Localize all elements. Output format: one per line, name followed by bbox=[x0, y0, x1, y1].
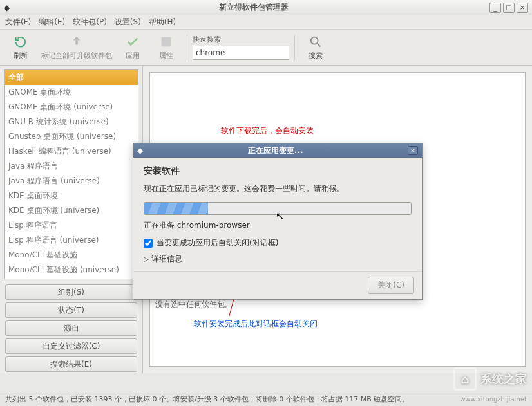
category-item[interactable]: GNOME 桌面环境 (universe) bbox=[5, 100, 138, 115]
watermark-logo-icon: ⌂ bbox=[453, 367, 477, 391]
filter-custom-button[interactable]: 自定义过滤器(C) bbox=[5, 338, 137, 354]
annotation-red: 软件下载完后，会自动安装 bbox=[221, 125, 314, 136]
dialog-footer: 关闭(C) bbox=[133, 271, 422, 299]
watermark: ⌂ 系统之家 bbox=[453, 367, 527, 391]
minimize-button[interactable]: _ bbox=[489, 3, 501, 13]
dialog-title: 正在应用变更... bbox=[143, 145, 408, 156]
titlebar-icon: ◆ bbox=[4, 3, 18, 12]
category-item[interactable]: KDE 桌面环境 bbox=[5, 189, 138, 203]
autoclose-checkbox[interactable] bbox=[144, 239, 153, 248]
refresh-button[interactable]: 刷新 bbox=[5, 32, 36, 63]
category-item[interactable]: Mono/CLI 基础设施 (universe) bbox=[5, 263, 138, 277]
statusbar-text: 共列出 5 个软件包，已安装 1393 个，已损坏 0 个。将安装/升级 3 个… bbox=[5, 394, 409, 404]
dialog-title-icon: ◆ bbox=[137, 146, 143, 155]
menu-package[interactable]: 软件包(P) bbox=[73, 17, 107, 28]
properties-icon bbox=[158, 34, 174, 50]
statusbar-watermark-url: www.xitongzhijia.net bbox=[460, 396, 527, 403]
dialog-close-button[interactable]: × bbox=[408, 146, 418, 155]
category-item[interactable]: Mono/CLI 基础设施 bbox=[5, 248, 138, 263]
category-item[interactable]: Lisp 程序语言 (universe) bbox=[5, 233, 138, 248]
category-item[interactable]: OCaml 程序设计语言 bbox=[5, 277, 138, 279]
quick-search-input[interactable] bbox=[193, 46, 289, 60]
mark-all-upgrades-button: 标记全部可升级软件包 bbox=[39, 32, 115, 63]
details-expander[interactable]: ▷ 详细信息 bbox=[144, 254, 412, 264]
category-item[interactable]: GNU R 统计系统 (universe) bbox=[5, 115, 138, 129]
toolbar-separator bbox=[187, 35, 187, 60]
toolbar-separator-2 bbox=[294, 35, 295, 60]
maximize-button[interactable]: □ bbox=[503, 3, 515, 13]
category-item[interactable]: Java 程序语言 (universe) bbox=[5, 174, 138, 189]
sidebar: 全部 GNOME 桌面环境 GNOME 桌面环境 (universe) GNU … bbox=[0, 66, 143, 373]
apply-icon bbox=[125, 34, 140, 50]
titlebar: ◆ 新立得软件包管理器 _ □ × bbox=[0, 0, 532, 15]
search-icon bbox=[308, 34, 323, 50]
svg-point-1 bbox=[311, 37, 318, 44]
close-button[interactable]: × bbox=[517, 3, 528, 13]
autoclose-row: 当变更成功应用后自动关闭(对话框) bbox=[144, 237, 412, 248]
toolbar: 刷新 标记全部可升级软件包 应用 属性 快速搜索 搜索 bbox=[0, 30, 532, 66]
category-list[interactable]: 全部 GNOME 桌面环境 GNOME 桌面环境 (universe) GNU … bbox=[4, 69, 138, 279]
annotation-blue: 软件安装完成后此对话框会自动关闭 bbox=[194, 318, 318, 329]
autoclose-label: 当变更成功应用后自动关闭(对话框) bbox=[157, 237, 278, 248]
dialog-message: 现在正在应用已标记的变更。这会花费一些时间。请稍候。 bbox=[144, 183, 412, 194]
properties-button: 属性 bbox=[151, 32, 182, 63]
filter-sections-button[interactable]: 组别(S) bbox=[5, 284, 137, 300]
menubar: 文件(F) 编辑(E) 软件包(P) 设置(S) 帮助(H) bbox=[0, 15, 532, 30]
category-item[interactable]: Lisp 程序语言 bbox=[5, 218, 138, 233]
dialog-titlebar[interactable]: ◆ 正在应用变更... × bbox=[133, 143, 422, 158]
progress-fill bbox=[144, 203, 208, 214]
dialog-heading: 安装软件 bbox=[144, 165, 412, 177]
window-buttons: _ □ × bbox=[489, 3, 528, 13]
mouse-cursor-icon: ↖ bbox=[276, 210, 284, 222]
dialog-close-btn: 关闭(C) bbox=[368, 277, 414, 294]
category-item[interactable]: Gnustep 桌面环境 (universe) bbox=[5, 129, 138, 144]
category-item[interactable]: GNOME 桌面环境 bbox=[5, 85, 138, 100]
svg-rect-0 bbox=[162, 37, 171, 47]
menu-edit[interactable]: 编辑(E) bbox=[39, 17, 65, 28]
menu-file[interactable]: 文件(F) bbox=[5, 17, 31, 28]
category-item[interactable]: KDE 桌面环境 (universe) bbox=[5, 203, 138, 218]
filter-search-results-button[interactable]: 搜索结果(E) bbox=[5, 356, 137, 372]
filter-origin-button[interactable]: 源自 bbox=[5, 320, 137, 336]
quick-search-label: 快速搜索 bbox=[193, 35, 289, 44]
filter-status-button[interactable]: 状态(T) bbox=[5, 302, 137, 318]
category-item[interactable]: Java 程序语言 bbox=[5, 159, 138, 174]
upgrade-icon bbox=[69, 34, 84, 50]
watermark-text: 系统之家 bbox=[480, 371, 527, 387]
statusbar: 共列出 5 个软件包，已安装 1393 个，已损坏 0 个。将安装/升级 3 个… bbox=[0, 392, 532, 406]
triangle-right-icon: ▷ bbox=[144, 255, 149, 263]
no-selection-text: 没有选中任何软件包。 bbox=[155, 299, 233, 310]
search-button[interactable]: 搜索 bbox=[300, 32, 331, 63]
menu-help[interactable]: 帮助(H) bbox=[149, 17, 176, 28]
category-item[interactable]: Haskell 编程语言 (universe) bbox=[5, 144, 138, 159]
refresh-icon bbox=[13, 34, 28, 50]
window-title: 新立得软件包管理器 bbox=[18, 2, 489, 13]
quick-search-group: 快速搜索 bbox=[193, 35, 289, 60]
menu-settings[interactable]: 设置(S) bbox=[115, 17, 141, 28]
apply-button: 应用 bbox=[117, 32, 148, 63]
category-header-all[interactable]: 全部 bbox=[5, 70, 138, 85]
